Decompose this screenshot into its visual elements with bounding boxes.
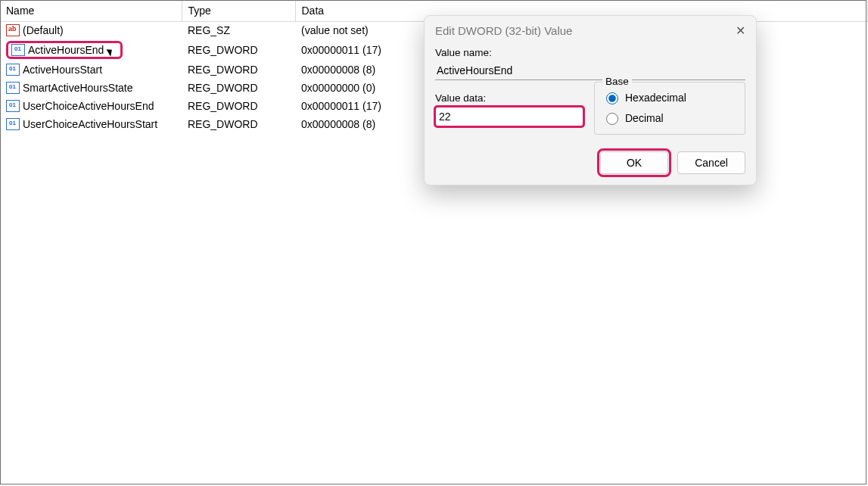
radio-dec-label: Decimal xyxy=(625,112,664,124)
row-type: REG_DWORD xyxy=(182,97,295,115)
column-header-type[interactable]: Type xyxy=(182,0,295,21)
radio-hexadecimal[interactable]: Hexadecimal xyxy=(602,87,737,107)
base-group: Base Hexadecimal Decimal xyxy=(594,82,745,135)
radio-dec-input[interactable] xyxy=(606,113,618,125)
reg-dword-icon xyxy=(6,82,20,94)
dialog-title: Edit DWORD (32-bit) Value xyxy=(435,24,572,37)
row-type: REG_DWORD xyxy=(182,79,295,97)
radio-decimal[interactable]: Decimal xyxy=(602,107,737,128)
radio-hex-input[interactable] xyxy=(606,92,618,104)
ok-highlight: OK xyxy=(600,151,668,174)
reg-dword-icon xyxy=(6,64,20,76)
value-data-label: Value data: xyxy=(435,92,583,104)
edit-dword-dialog: Edit DWORD (32-bit) Value ✕ Value name: … xyxy=(424,15,757,185)
column-header-name[interactable]: Name xyxy=(0,0,182,21)
row-name: UserChoiceActiveHoursEnd xyxy=(23,100,154,112)
row-name: SmartActiveHoursState xyxy=(23,82,133,94)
radio-hex-label: Hexadecimal xyxy=(625,92,686,104)
row-type: REG_SZ xyxy=(182,21,295,39)
row-name: ActiveHoursEnd xyxy=(28,44,104,56)
value-data-input[interactable] xyxy=(435,107,583,126)
row-type: REG_DWORD xyxy=(182,39,295,61)
reg-dword-icon xyxy=(6,100,20,112)
value-name-input[interactable] xyxy=(435,61,745,80)
row-name: (Default) xyxy=(23,24,64,36)
row-type: REG_DWORD xyxy=(182,61,295,79)
close-icon[interactable]: ✕ xyxy=(736,23,745,38)
selection-highlight: ActiveHoursEnd xyxy=(6,41,123,59)
reg-dword-icon xyxy=(6,118,20,130)
ok-button[interactable]: OK xyxy=(600,151,668,174)
reg-sz-icon xyxy=(6,24,20,36)
row-name: UserChoiceActiveHoursStart xyxy=(23,118,157,130)
value-name-label: Value name: xyxy=(435,47,745,58)
row-type: REG_DWORD xyxy=(182,115,295,133)
reg-dword-icon xyxy=(11,44,25,56)
row-name: ActiveHoursStart xyxy=(23,64,102,76)
cancel-button[interactable]: Cancel xyxy=(677,151,745,174)
base-legend: Base xyxy=(602,76,632,87)
